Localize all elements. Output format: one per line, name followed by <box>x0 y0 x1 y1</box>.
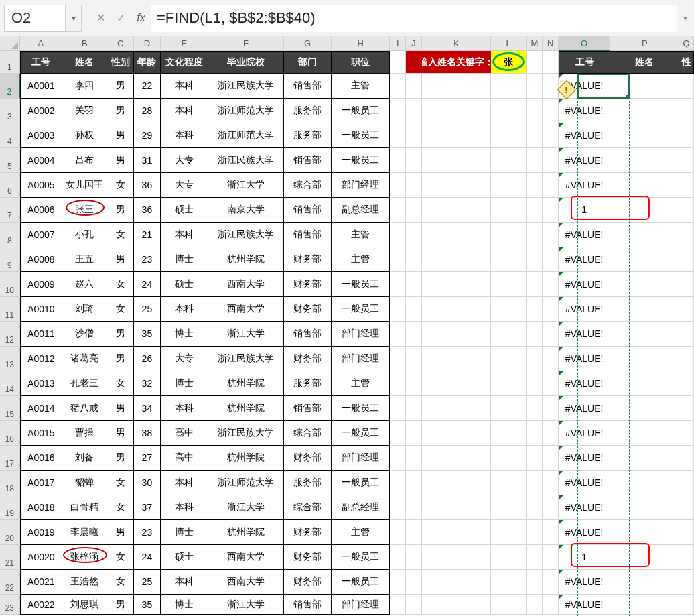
name-box-dropdown[interactable]: ▾ <box>66 5 82 32</box>
cell-empty[interactable] <box>679 347 694 371</box>
cell-edu[interactable]: 大专 <box>161 173 208 198</box>
expand-formula-bar-icon[interactable]: ▾ <box>677 13 694 23</box>
cell-empty[interactable] <box>491 495 527 520</box>
cell-age[interactable]: 25 <box>134 570 161 595</box>
cell-empty[interactable] <box>679 247 694 272</box>
row-header-23[interactable]: 23 <box>0 595 20 615</box>
cell-name[interactable]: 曹操 <box>62 421 107 446</box>
formula-input[interactable]: =FIND(L1, $B$2:$B$40) <box>151 5 677 32</box>
cell-empty[interactable] <box>422 371 491 396</box>
cell-name[interactable]: 女儿国王 <box>62 173 107 198</box>
cell-name[interactable]: 关羽 <box>62 99 107 123</box>
search-keyword-cell[interactable]: 张 <box>491 51 527 74</box>
cell-empty[interactable] <box>610 99 679 123</box>
cell-id[interactable]: A0010 <box>20 297 62 322</box>
cell-empty[interactable] <box>406 223 422 247</box>
cell-empty[interactable] <box>406 396 422 421</box>
col-header-D[interactable]: D <box>134 36 161 51</box>
row-header-16[interactable]: 16 <box>0 421 20 446</box>
col-header-I[interactable]: I <box>390 36 406 51</box>
cell-empty[interactable] <box>543 421 559 446</box>
cell-age[interactable]: 35 <box>134 595 161 615</box>
cell-school[interactable]: 杭州学院 <box>208 446 284 471</box>
cell-empty[interactable] <box>679 446 694 471</box>
cancel-formula-icon[interactable]: ✕ <box>91 5 111 32</box>
cell-age[interactable]: 29 <box>134 123 161 148</box>
cell-o-result[interactable]: #VALUE! <box>559 446 610 471</box>
row-header-15[interactable]: 15 <box>0 396 20 421</box>
cell-o-result[interactable]: #VALUE! <box>559 371 610 396</box>
cell-empty[interactable] <box>422 570 491 595</box>
cell-sex[interactable]: 男 <box>107 322 134 347</box>
cell-empty[interactable] <box>422 272 491 297</box>
row-header-20[interactable]: 20 <box>0 520 20 545</box>
cell-empty[interactable] <box>491 570 527 595</box>
col-header-P[interactable]: P <box>610 36 679 51</box>
cell-id[interactable]: A0005 <box>20 173 62 198</box>
cell-dept[interactable]: 综合部 <box>284 421 332 446</box>
cell-empty[interactable] <box>527 123 543 148</box>
cell-dept[interactable]: 财务部 <box>284 272 332 297</box>
spreadsheet-grid[interactable]: A B C D E F G H I J K L M N O P Q 1 工号 姓… <box>0 36 694 616</box>
cell-edu[interactable]: 硕士 <box>161 198 208 223</box>
cell-pos[interactable]: 部门经理 <box>332 595 390 615</box>
cell-school[interactable]: 浙江大学 <box>208 595 284 615</box>
cell-age[interactable]: 31 <box>134 148 161 173</box>
cell-dept[interactable]: 销售部 <box>284 595 332 615</box>
cell-id[interactable]: A0014 <box>20 396 62 421</box>
cell-empty[interactable] <box>610 495 679 520</box>
cell-empty[interactable] <box>491 595 527 615</box>
cell-o-result[interactable]: #VALUE! <box>559 148 610 173</box>
cell-empty[interactable] <box>422 396 491 421</box>
cell-empty[interactable] <box>527 471 543 495</box>
cell-name[interactable]: 赵六 <box>62 272 107 297</box>
cell-school[interactable]: 杭州学院 <box>208 371 284 396</box>
col-header-G[interactable]: G <box>284 36 332 51</box>
select-all-corner[interactable] <box>0 36 20 51</box>
col-header-K[interactable]: K <box>422 36 491 51</box>
row-header-5[interactable]: 5 <box>0 148 20 173</box>
cell-empty[interactable] <box>491 198 527 223</box>
cell-empty[interactable] <box>491 173 527 198</box>
cell-o-result[interactable]: #VALUE! <box>559 99 610 123</box>
cell-sex[interactable]: 男 <box>107 99 134 123</box>
cell-pos[interactable]: 主管 <box>332 520 390 545</box>
cell-empty[interactable] <box>422 495 491 520</box>
cell-empty[interactable] <box>543 297 559 322</box>
cell-empty[interactable] <box>491 396 527 421</box>
cell-empty[interactable] <box>406 371 422 396</box>
cell-dept[interactable]: 销售部 <box>284 148 332 173</box>
cell-empty[interactable] <box>679 198 694 223</box>
cell-empty[interactable] <box>543 322 559 347</box>
cell-empty[interactable] <box>406 247 422 272</box>
cell-age[interactable]: 23 <box>134 520 161 545</box>
cell-empty[interactable] <box>610 123 679 148</box>
cell-name[interactable]: 白骨精 <box>62 495 107 520</box>
cell-pos[interactable]: 一般员工 <box>332 570 390 595</box>
col-header-H[interactable]: H <box>332 36 390 51</box>
cell-dept[interactable]: 财务部 <box>284 247 332 272</box>
cell-sex[interactable]: 男 <box>107 247 134 272</box>
cell-sex[interactable]: 男 <box>107 123 134 148</box>
cell-empty[interactable] <box>390 198 406 223</box>
cell-age[interactable]: 38 <box>134 421 161 446</box>
cell-empty[interactable] <box>491 99 527 123</box>
cell-edu[interactable]: 硕士 <box>161 272 208 297</box>
cell-school[interactable]: 浙江民族大学 <box>208 148 284 173</box>
cell-name[interactable]: 猪八戒 <box>62 396 107 421</box>
row-header-19[interactable]: 19 <box>0 495 20 520</box>
cell-M1[interactable] <box>527 51 543 74</box>
cell-empty[interactable] <box>406 99 422 123</box>
cell-name[interactable]: 李四 <box>62 74 107 99</box>
cell-empty[interactable] <box>527 446 543 471</box>
cell-empty[interactable] <box>527 223 543 247</box>
cell-empty[interactable] <box>610 446 679 471</box>
cell-o-result[interactable]: #VALUE! <box>559 570 610 595</box>
cell-empty[interactable] <box>406 570 422 595</box>
cell-sex[interactable]: 男 <box>107 396 134 421</box>
cell-school[interactable]: 浙江师范大学 <box>208 99 284 123</box>
cell-name[interactable]: 李晨曦 <box>62 520 107 545</box>
cell-empty[interactable] <box>679 99 694 123</box>
cell-empty[interactable] <box>390 347 406 371</box>
cell-pos[interactable]: 一般员工 <box>332 148 390 173</box>
